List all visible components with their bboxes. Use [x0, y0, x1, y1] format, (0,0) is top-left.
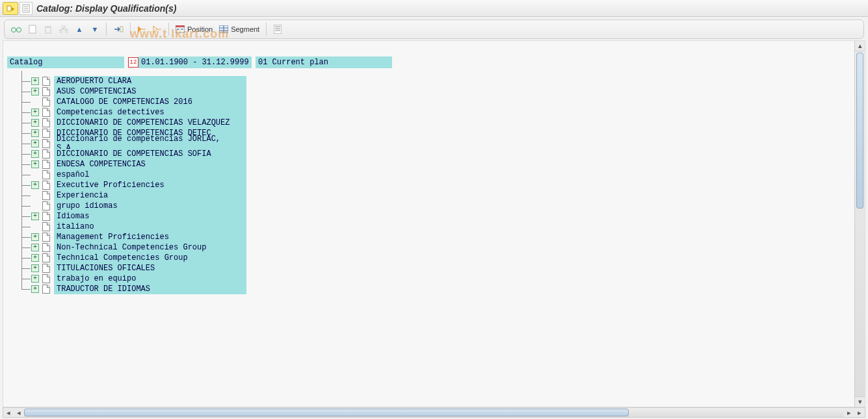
scroll-right-icon[interactable]: ▸	[844, 408, 854, 417]
segment-label: Segment	[231, 25, 259, 33]
tree-node[interactable]: +Idiomas	[7, 211, 392, 222]
expand-icon[interactable]: +	[31, 160, 39, 168]
svg-rect-8	[29, 25, 36, 33]
svg-rect-23	[177, 29, 179, 30]
menu-doc-icon[interactable]	[20, 2, 33, 15]
expand-icon[interactable]: +	[31, 285, 39, 293]
create-icon[interactable]	[25, 22, 40, 36]
scrollbar-thumb[interactable]	[856, 53, 863, 209]
page-icon	[42, 212, 50, 221]
tree-branch: +	[7, 138, 42, 149]
expand-icon[interactable]: +	[31, 275, 39, 283]
scroll-right-outer-icon[interactable]: ▸	[854, 408, 865, 417]
up-arrow-icon[interactable]: ▲	[72, 22, 86, 36]
tree-node[interactable]: +TRADUCTOR DE IDIOMAS	[7, 284, 392, 294]
calendar-icon[interactable]: 12	[128, 57, 138, 68]
tree-node[interactable]: +ENDESA COMPETENCIAS	[7, 159, 392, 170]
tree-node[interactable]: +ASUS COMPETENCIAS	[7, 86, 392, 97]
expand-icon[interactable]: +	[31, 140, 39, 147]
tree-branch: +	[7, 180, 42, 190]
tree-node[interactable]: Experiencia	[7, 190, 392, 201]
separator	[266, 23, 267, 36]
segment-button[interactable]: Segment	[217, 22, 262, 36]
horizontal-scrollbar[interactable]: ◂ ◂ ▸ ▸	[3, 407, 865, 418]
expand-icon[interactable]: +	[31, 88, 39, 95]
page-icon	[42, 243, 50, 252]
tree-node[interactable]: +Technical Competencies Group	[7, 253, 392, 263]
expand-icon[interactable]: +	[31, 77, 39, 85]
scroll-left-icon[interactable]: ◂	[14, 408, 24, 417]
tree-node[interactable]: +DICCIONARIO DE COMPETENCIAS VELAZQUEZ	[7, 118, 392, 128]
scroll-up-icon[interactable]: ▴	[855, 41, 865, 51]
expand-icon[interactable]: +	[31, 254, 39, 262]
expand-icon[interactable]: +	[31, 212, 39, 220]
tree-node[interactable]: italiano	[7, 222, 392, 232]
expand-icon[interactable]: +	[31, 108, 39, 116]
tree-node-label: TRADUCTOR DE IDIOMAS	[54, 284, 246, 294]
expand-icon[interactable]: +	[31, 181, 39, 189]
page-icon	[42, 97, 50, 107]
expand-tree-icon[interactable]	[135, 22, 149, 36]
tree-node[interactable]: +trabajo en equipo	[7, 273, 392, 284]
tree-node[interactable]: +Non-Technical Competencies Group	[7, 242, 392, 253]
down-arrow-icon[interactable]: ▼	[88, 22, 102, 36]
tree-node[interactable]: +AEROPUERTO CLARA	[7, 76, 392, 86]
tree-node[interactable]: +Management Proficiencies	[7, 232, 392, 242]
tree-branch: +	[7, 128, 42, 138]
tree-node[interactable]: +Competencias detectives	[7, 107, 392, 118]
svg-rect-29	[274, 25, 282, 34]
catalog-header-row: Catalog 12 01.01.1900 - 31.12.9999 01 Cu…	[7, 57, 392, 68]
tree-branch	[7, 97, 42, 107]
hscrollbar-thumb[interactable]	[24, 409, 629, 416]
expand-icon[interactable]: +	[31, 244, 39, 251]
page-icon	[42, 285, 50, 294]
tree-node-label: Competencias detectives	[54, 107, 246, 118]
catalog-root-label: Catalog	[7, 57, 124, 68]
content-area: Catalog 12 01.01.1900 - 31.12.9999 01 Cu…	[3, 40, 865, 407]
svg-rect-22	[176, 25, 185, 27]
tree-node[interactable]: CATALOGO DE COMPETENCIAS 2016	[7, 97, 392, 107]
tree-node[interactable]: +DICCIONARIO DE COMPETENCIAS SOFIA	[7, 149, 392, 159]
expand-icon[interactable]: +	[31, 264, 39, 272]
page-icon	[42, 233, 50, 242]
svg-rect-9	[46, 27, 51, 33]
svg-point-5	[12, 28, 16, 32]
tree-branch: +	[7, 149, 42, 159]
tree-branch: +	[7, 284, 42, 294]
page-icon	[42, 264, 50, 273]
tree-node[interactable]: español	[7, 170, 392, 180]
expand-icon[interactable]: +	[31, 129, 39, 137]
scroll-down-icon[interactable]: ▾	[855, 396, 865, 407]
position-label: Position	[187, 25, 213, 33]
tree-node-label: español	[54, 170, 246, 180]
goto-arrow-icon[interactable]	[111, 22, 126, 36]
expand-icon[interactable]: +	[31, 119, 39, 127]
tree-node[interactable]: +Diccionario de competencias JORLAC, S.A…	[7, 138, 392, 149]
tree-node-label: DICCIONARIO DE COMPETENCIAS SOFIA	[54, 149, 246, 159]
collapse-tree-icon[interactable]	[150, 22, 164, 36]
plan-label: 01 Current plan	[256, 57, 392, 68]
expand-icon[interactable]: +	[31, 150, 39, 158]
tree-node-label: Experiencia	[54, 190, 246, 201]
title-bar: Catalog: Display Qualification(s)	[0, 0, 868, 17]
select-mode-icon[interactable]	[3, 2, 18, 15]
list-view-icon[interactable]	[270, 22, 285, 36]
tree-branch: +	[7, 118, 42, 128]
tree-node[interactable]: +TITULACIONES OFICALES	[7, 263, 392, 273]
expand-placeholder	[31, 192, 39, 199]
tree-branch	[7, 170, 42, 180]
vertical-scrollbar[interactable]: ▴ ▾	[854, 41, 865, 407]
position-button[interactable]: Position	[173, 22, 215, 36]
page-icon	[42, 160, 50, 169]
tree-branch: +	[7, 76, 42, 86]
tree-node-label: AEROPUERTO CLARA	[54, 76, 246, 86]
scroll-left-outer-icon[interactable]: ◂	[3, 408, 14, 417]
tree-node[interactable]: grupo idiomas	[7, 201, 392, 211]
page-icon	[42, 139, 50, 148]
tree-node[interactable]: +Executive Proficiencies	[7, 180, 392, 190]
glasses-display-icon[interactable]	[8, 22, 24, 36]
tree-node-label: Management Proficiencies	[54, 232, 246, 242]
tree-branch	[7, 190, 42, 201]
page-icon	[42, 274, 50, 283]
expand-icon[interactable]: +	[31, 233, 39, 241]
